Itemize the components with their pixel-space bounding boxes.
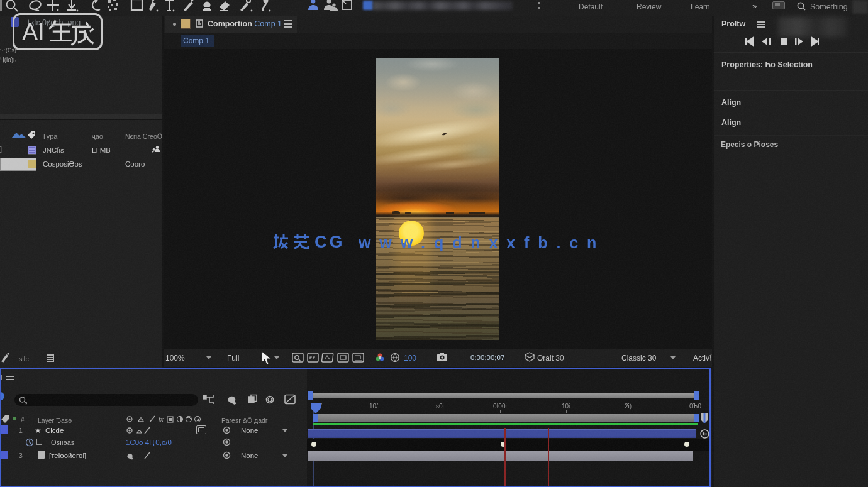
svg-text:fx: fx [159, 416, 164, 423]
svg-text:▲: ▲ [196, 417, 201, 422]
